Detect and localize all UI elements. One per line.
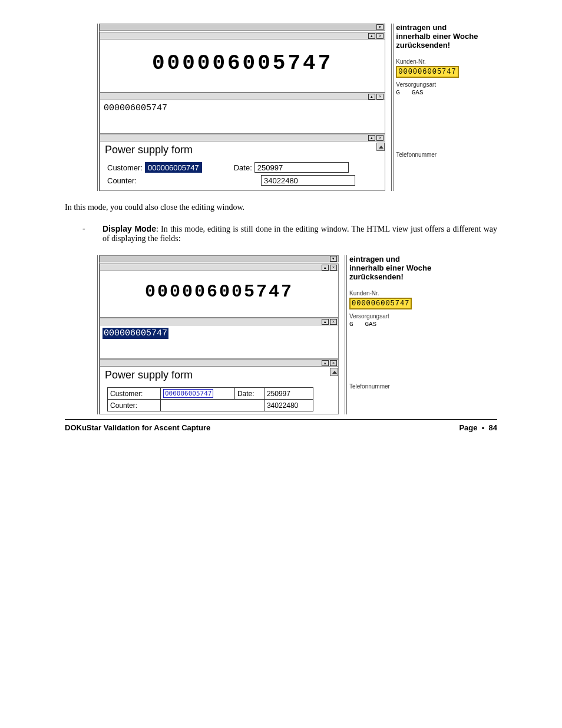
ocr-number-display: 000006005747	[103, 274, 336, 315]
editing-pane: ▴ × 000006005747	[100, 93, 385, 134]
figure-edit-mode: ▾ ▴ × 000006005747 ▴ × 000006005747 ▴ × …	[97, 24, 497, 191]
pane-titlebar: ▴ ×	[100, 93, 385, 100]
dropdown-icon[interactable]: ▾	[330, 256, 337, 262]
page-footer: DOKuStar Validation for Ascent Capture P…	[65, 419, 497, 432]
kunden-nr-label: Kunden-Nr.	[396, 58, 497, 65]
scroll-up-icon[interactable]	[376, 143, 385, 151]
telefon-label: Telefonnummer	[396, 151, 497, 158]
close-icon[interactable]: ×	[376, 94, 384, 100]
bullet-dash: -	[82, 224, 88, 243]
counter-cell[interactable]: 34022480	[264, 400, 313, 411]
footer-title: DOKuStar Validation for Ascent Capture	[65, 423, 210, 432]
display-table: Customer: 000006005747 Date: 250997 Coun…	[107, 387, 313, 411]
ocr-image-pane: ▴ × 000006005747	[100, 263, 339, 318]
dropdown-bar: ▾	[100, 255, 339, 262]
kunden-nr-value: 000006005747	[396, 66, 458, 78]
html-form-pane: ▴ × Power supply form Customer: 00000600…	[100, 134, 385, 191]
ocr-image-pane: ▴ × 000006005747	[100, 32, 385, 93]
editing-pane: ▴ × 000006005747	[100, 318, 339, 359]
left-column: ▾ ▴ × 000006005747 ▴ × 000006005747 ▴ × …	[97, 255, 339, 414]
pin-icon[interactable]: ▴	[322, 319, 329, 325]
dropdown-bar: ▾	[100, 24, 385, 31]
display-mode-label: Display Mode	[103, 224, 156, 233]
form-title: Power supply form	[105, 369, 336, 381]
pane-titlebar: ▴ ×	[100, 264, 338, 271]
counter-label: Counter:	[107, 176, 147, 185]
right-heading: eintragen und innerhalb einer Woche zurü…	[396, 24, 497, 50]
pin-icon[interactable]: ▴	[368, 94, 375, 100]
pane-titlebar: ▴ ×	[100, 360, 338, 367]
date-cell[interactable]: 250997	[264, 388, 313, 400]
customer-field[interactable]: 000006005747	[145, 162, 202, 173]
customer-label: Customer:	[108, 388, 161, 400]
versorgungsart-label: Versorgungsart	[396, 81, 497, 88]
date-label: Date:	[234, 163, 252, 172]
bullet-display-mode: - Display Mode: In this mode, editing is…	[82, 224, 497, 243]
kunden-nr-label: Kunden-Nr.	[349, 290, 451, 297]
pin-icon[interactable]: ▴	[368, 33, 375, 39]
form-row-customer: Customer: 000006005747 Date: 250997	[107, 162, 382, 173]
paragraph-close-edit: In this mode, you could also close the e…	[65, 203, 497, 212]
table-row: Counter: 34022480	[108, 400, 313, 411]
bullet-text: Display Mode: In this mode, editing is s…	[103, 224, 497, 243]
counter-field[interactable]: 34022480	[261, 175, 355, 186]
form-row-counter: Counter: 34022480	[107, 175, 382, 186]
edit-value-selected[interactable]: 000006005747	[103, 328, 168, 339]
close-icon[interactable]: ×	[376, 135, 384, 141]
date-label: Date:	[234, 388, 264, 400]
left-column: ▾ ▴ × 000006005747 ▴ × 000006005747 ▴ × …	[97, 24, 385, 191]
table-row: Customer: 000006005747 Date: 250997	[108, 388, 313, 400]
close-icon[interactable]: ×	[330, 319, 337, 325]
right-column: eintragen und innerhalb einer Woche zurü…	[345, 255, 451, 414]
counter-label: Counter:	[108, 400, 161, 411]
date-field[interactable]: 250997	[254, 162, 349, 173]
pin-icon[interactable]: ▴	[322, 265, 329, 271]
customer-label: Customer:	[107, 163, 143, 172]
pin-icon[interactable]: ▴	[322, 360, 329, 366]
right-column: eintragen und innerhalb einer Woche zurü…	[391, 24, 497, 191]
html-form-pane: ▴ × Power supply form Customer: 00000600…	[100, 359, 339, 414]
pane-titlebar: ▴ ×	[100, 32, 385, 39]
telefon-label: Telefonnummer	[349, 383, 451, 390]
ocr-number-display: 000006005747	[103, 42, 382, 90]
pane-titlebar: ▴ ×	[100, 318, 338, 325]
right-heading: eintragen und innerhalb einer Woche zurü…	[349, 255, 451, 282]
gas-row: G GAS	[349, 321, 451, 328]
pane-titlebar: ▴ ×	[100, 134, 385, 141]
figure-display-mode: ▾ ▴ × 000006005747 ▴ × 000006005747 ▴ × …	[97, 255, 497, 414]
close-icon[interactable]: ×	[376, 33, 384, 39]
form-title: Power supply form	[105, 144, 382, 156]
edit-value[interactable]: 000006005747	[103, 103, 168, 114]
gas-row: G GAS	[396, 89, 497, 96]
kunden-nr-value: 000006005747	[349, 298, 412, 309]
scroll-up-icon[interactable]	[330, 368, 338, 376]
close-icon[interactable]: ×	[330, 360, 337, 366]
dropdown-icon[interactable]: ▾	[376, 24, 384, 30]
close-icon[interactable]: ×	[330, 265, 337, 271]
pin-icon[interactable]: ▴	[368, 135, 375, 141]
versorgungsart-label: Versorgungsart	[349, 313, 451, 319]
footer-page: Page • 84	[459, 423, 497, 432]
customer-cell[interactable]: 000006005747	[161, 388, 235, 400]
